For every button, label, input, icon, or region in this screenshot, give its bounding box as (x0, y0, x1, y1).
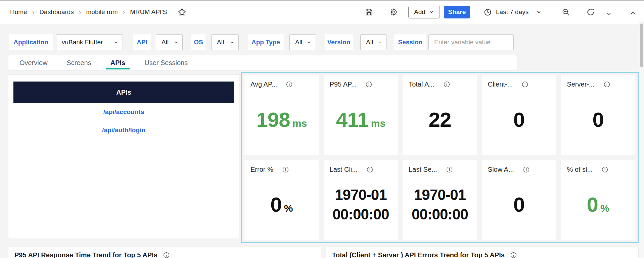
tab-user-sessions[interactable]: User Sessions (144, 55, 188, 70)
info-icon[interactable] (601, 166, 608, 173)
refresh-interval-chevron-icon[interactable] (604, 9, 613, 18)
info-icon[interactable] (366, 166, 373, 173)
metric-title: Server-... (567, 81, 594, 88)
info-icon[interactable] (446, 166, 453, 173)
metric-card-error-percent: Error % 0 % (244, 160, 319, 240)
window-top-edge (0, 0, 644, 1)
os-select-value: All (217, 39, 224, 46)
variables-filter-bar: Application vuBank Flutter API All OS Al… (9, 34, 514, 50)
info-icon[interactable] (443, 81, 450, 88)
metric-card-server-errors: Server-... 0 (561, 75, 635, 155)
zoom-out-time-icon[interactable] (561, 8, 570, 16)
tab-overview[interactable]: Overview (19, 55, 47, 70)
metric-title: Avg AP... (250, 81, 277, 88)
metric-card-client-errors: Client-... 0 (482, 75, 556, 155)
breadcrumb-item-dashboards[interactable]: Dashboards (39, 8, 74, 16)
version-select[interactable]: All (360, 34, 386, 50)
filter-label-version: Version (325, 34, 353, 50)
api-select[interactable]: All (156, 34, 183, 50)
save-dashboard-button[interactable] (365, 8, 373, 16)
chevron-down-icon (113, 40, 119, 45)
api-link-auth-login[interactable]: /api/auth/login (102, 126, 145, 134)
chevron-down-icon (536, 9, 542, 15)
apis-table-header: APIs (13, 82, 234, 103)
metric-card-p95-api: P95 AP... 411 ms (324, 75, 398, 155)
breadcrumb-separator-icon: › (79, 8, 81, 16)
metric-title: P95 AP... (330, 81, 357, 88)
metric-value: 0 (513, 108, 524, 132)
time-range-picker[interactable]: Last 7 days (484, 6, 542, 18)
application-select[interactable]: vuBank Flutter (56, 34, 123, 50)
api-link-accounts[interactable]: /api/accounts (103, 108, 144, 116)
settings-gear-icon[interactable] (389, 8, 398, 16)
breadcrumb-separator-icon: › (123, 8, 125, 16)
metric-unit: % (600, 203, 609, 214)
breadcrumb: Home › Dashboards › mobile rum › MRUM AP… (10, 0, 187, 24)
time-range-label: Last 7 days (496, 8, 528, 16)
share-button[interactable]: Share (444, 6, 470, 18)
info-icon[interactable] (282, 166, 289, 173)
api-select-value: All (162, 39, 169, 46)
tab-divider (135, 60, 135, 65)
refresh-icon[interactable] (586, 8, 595, 16)
metric-title: Slow A... (488, 166, 514, 173)
info-icon[interactable] (603, 81, 610, 88)
clock-icon (484, 8, 492, 16)
info-icon[interactable] (523, 166, 530, 173)
filter-label-app-type: App Type (248, 34, 284, 50)
chevron-down-icon (229, 40, 234, 45)
os-select[interactable]: All (211, 34, 239, 50)
metric-title: Error % (250, 166, 273, 173)
metric-unit: ms (371, 118, 385, 129)
metric-card-last-client-error: Last Cli... 1970-0100:00:00 (324, 160, 398, 240)
version-select-value: All (366, 39, 373, 46)
add-button[interactable]: Add (408, 6, 440, 18)
chevron-down-icon (377, 40, 382, 45)
panel-title: P95 API Response Time Trend for Top 5 AP… (14, 251, 157, 258)
filter-label-os: OS (191, 34, 205, 50)
tab-apis[interactable]: APIs (110, 55, 125, 70)
metric-title: Client-... (488, 81, 513, 88)
favorite-star-icon[interactable] (177, 7, 187, 17)
breadcrumb-item-folder[interactable]: mobile rum (86, 8, 118, 16)
metric-title: Last Se... (409, 166, 437, 173)
tab-screens[interactable]: Screens (66, 55, 91, 70)
metric-card-slow-apis: Slow A... 0 (482, 160, 556, 240)
dashboard-tabs: Overview Screens APIs User Sessions (8, 55, 517, 70)
metric-value: 22 (429, 108, 451, 132)
info-icon[interactable] (286, 81, 293, 88)
breadcrumb-item-dashboard-title[interactable]: MRUM API'S (130, 8, 167, 16)
info-icon[interactable] (163, 252, 170, 258)
session-variable-input[interactable] (429, 35, 513, 50)
metric-value: 198 (256, 108, 290, 132)
metric-timestamp: 1970-0100:00:00 (332, 185, 389, 224)
info-icon[interactable] (510, 252, 517, 258)
metric-value: 0 (270, 193, 281, 216)
total-errors-trend-panel: Total (Client + Server ) API Errors Tren… (326, 247, 639, 258)
metric-unit: ms (292, 118, 307, 129)
info-icon[interactable] (521, 81, 528, 88)
breadcrumb-separator-icon: › (32, 8, 35, 16)
vertical-scrollbar[interactable] (639, 21, 644, 258)
metric-card-total-api: Total A... 22 (403, 75, 477, 155)
metric-card-avg-api: Avg AP... 198 ms (244, 75, 319, 155)
metric-value: 0 (587, 193, 598, 216)
filter-label-api: API (133, 34, 151, 50)
p95-trend-panel: P95 API Response Time Trend for Top 5 AP… (8, 247, 321, 258)
apis-table-panel: APIs /api/accounts /api/auth/login (8, 74, 239, 239)
metric-timestamp: 1970-0100:00:00 (412, 185, 468, 224)
metric-value: 0 (513, 193, 524, 216)
metric-title: % of sl... (567, 166, 593, 173)
metric-unit: % (284, 203, 293, 214)
app-type-select[interactable]: All (289, 34, 316, 50)
info-icon[interactable] (365, 81, 372, 88)
toolbar-divider (475, 5, 475, 19)
filter-label-application: Application (9, 34, 53, 50)
scrollbar-thumb[interactable] (640, 23, 643, 67)
filter-label-session: Session (394, 34, 426, 50)
collapse-header-chevron-up-icon[interactable] (629, 9, 637, 17)
table-row: /api/auth/login (13, 121, 234, 139)
top-bar: Home › Dashboards › mobile rum › MRUM AP… (0, 0, 644, 24)
breadcrumb-item-home[interactable]: Home (10, 8, 27, 16)
session-input-wrap (428, 34, 514, 50)
